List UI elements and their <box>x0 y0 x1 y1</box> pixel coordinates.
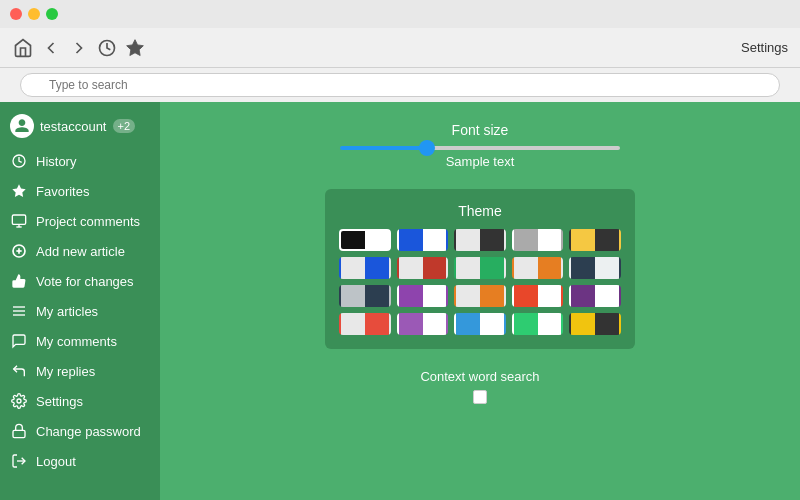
sidebar-item-my-articles[interactable]: My articles <box>0 296 160 326</box>
theme-swatch[interactable] <box>569 257 621 279</box>
sidebar-item-my-comments[interactable]: My comments <box>0 326 160 356</box>
sidebar-item-label: My comments <box>36 334 117 349</box>
content-area: Font size Sample text Theme Context word… <box>160 102 800 500</box>
forward-icon[interactable] <box>68 37 90 59</box>
theme-swatch[interactable] <box>512 229 564 251</box>
font-size-slider[interactable] <box>340 146 620 150</box>
sidebar-item-settings[interactable]: Settings <box>0 386 160 416</box>
theme-grid <box>339 229 621 335</box>
sidebar-item-logout[interactable]: Logout <box>0 446 160 476</box>
home-icon[interactable] <box>12 37 34 59</box>
theme-swatch[interactable] <box>339 257 391 279</box>
context-word-search-section: Context word search <box>420 369 539 404</box>
username: testaccount <box>40 119 107 134</box>
theme-swatch[interactable] <box>454 313 506 335</box>
settings-label[interactable]: Settings <box>741 40 788 55</box>
sidebar-item-label: Vote for changes <box>36 274 134 289</box>
theme-label: Theme <box>339 203 621 219</box>
maximize-button[interactable] <box>46 8 58 20</box>
search-input[interactable] <box>20 73 780 97</box>
theme-swatch[interactable] <box>397 257 449 279</box>
svg-rect-2 <box>12 215 25 224</box>
svg-rect-12 <box>13 430 25 437</box>
titlebar <box>0 0 800 28</box>
theme-swatch[interactable] <box>569 285 621 307</box>
theme-swatch[interactable] <box>397 229 449 251</box>
my-comments-icon <box>10 332 28 350</box>
starred-icon[interactable] <box>124 37 146 59</box>
search-bar-container: 🔍 <box>0 68 800 102</box>
sidebar-item-my-replies[interactable]: My replies <box>0 356 160 386</box>
theme-swatch[interactable] <box>339 229 391 251</box>
sidebar-user: testaccount +2 <box>0 106 160 146</box>
toolbar: Settings <box>0 28 800 68</box>
close-button[interactable] <box>10 8 22 20</box>
add-article-icon <box>10 242 28 260</box>
favorites-icon <box>10 182 28 200</box>
sidebar-item-favorites[interactable]: Favorites <box>0 176 160 206</box>
sidebar-item-vote[interactable]: Vote for changes <box>0 266 160 296</box>
my-replies-icon <box>10 362 28 380</box>
theme-swatch[interactable] <box>569 313 621 335</box>
sidebar-item-history[interactable]: History <box>0 146 160 176</box>
theme-swatch[interactable] <box>454 285 506 307</box>
font-size-slider-container <box>340 146 620 150</box>
theme-swatch[interactable] <box>339 285 391 307</box>
my-articles-icon <box>10 302 28 320</box>
traffic-lights <box>10 8 58 20</box>
project-comments-icon <box>10 212 28 230</box>
user-badge: +2 <box>113 119 136 133</box>
theme-swatch[interactable] <box>512 313 564 335</box>
logout-icon <box>10 452 28 470</box>
sidebar-item-label: Change password <box>36 424 141 439</box>
history-icon[interactable] <box>96 37 118 59</box>
theme-swatch[interactable] <box>512 285 564 307</box>
sidebar-item-label: My replies <box>36 364 95 379</box>
theme-swatch[interactable] <box>339 313 391 335</box>
avatar <box>10 114 34 138</box>
sidebar-item-project-comments[interactable]: Project comments <box>0 206 160 236</box>
theme-swatch[interactable] <box>569 229 621 251</box>
back-icon[interactable] <box>40 37 62 59</box>
sidebar-item-label: Logout <box>36 454 76 469</box>
main-layout: testaccount +2 History Favorites Project… <box>0 102 800 500</box>
sidebar: testaccount +2 History Favorites Project… <box>0 102 160 500</box>
theme-swatch[interactable] <box>397 285 449 307</box>
sidebar-item-label: Settings <box>36 394 83 409</box>
context-word-search-label: Context word search <box>420 369 539 384</box>
history-nav-icon <box>10 152 28 170</box>
theme-swatch[interactable] <box>397 313 449 335</box>
search-wrapper: 🔍 <box>20 73 780 97</box>
vote-icon <box>10 272 28 290</box>
minimize-button[interactable] <box>28 8 40 20</box>
sample-text: Sample text <box>446 154 515 169</box>
theme-swatch[interactable] <box>454 229 506 251</box>
sidebar-item-label: My articles <box>36 304 98 319</box>
theme-swatch[interactable] <box>512 257 564 279</box>
sidebar-item-label: Add new article <box>36 244 125 259</box>
theme-swatch[interactable] <box>454 257 506 279</box>
nav-icons <box>12 37 146 59</box>
font-size-label: Font size <box>452 122 509 138</box>
context-word-search-checkbox[interactable] <box>473 390 487 404</box>
sidebar-item-label: Project comments <box>36 214 140 229</box>
sidebar-item-label: Favorites <box>36 184 89 199</box>
sidebar-item-label: History <box>36 154 76 169</box>
sidebar-item-change-password[interactable]: Change password <box>0 416 160 446</box>
theme-box: Theme <box>325 189 635 349</box>
sidebar-item-add-article[interactable]: Add new article <box>0 236 160 266</box>
svg-point-11 <box>17 399 21 403</box>
change-password-icon <box>10 422 28 440</box>
settings-nav-icon <box>10 392 28 410</box>
